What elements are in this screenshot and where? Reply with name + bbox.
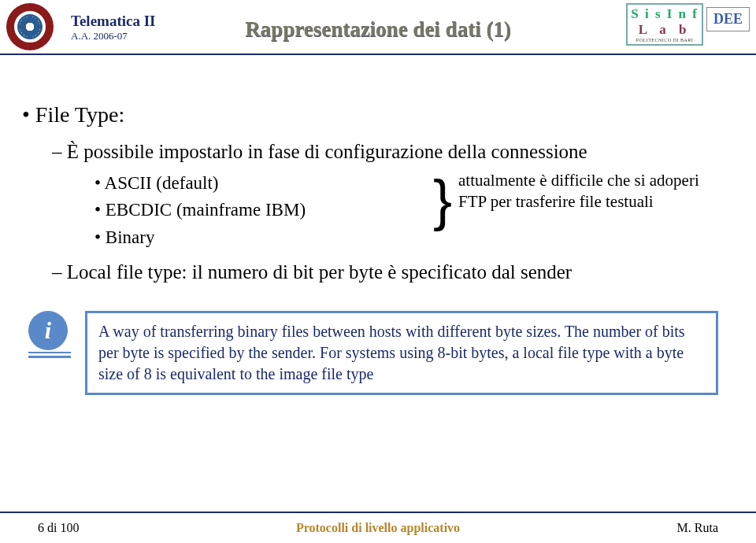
lab-logo-top: S i s I n f [631, 6, 699, 22]
course-name: Telematica II [71, 13, 155, 30]
bullet-sub-1: È possibile impostarlo in fase di config… [71, 137, 718, 167]
annotation-line-2: FTP per trasferire file testuali [458, 191, 699, 212]
footer-title: Protocolli di livello applicativo [296, 521, 460, 535]
dee-badge: DEE [706, 7, 750, 31]
bullet-sub-2: Local file type: il numero di bit per by… [71, 257, 718, 287]
bullet-main: File Type: [38, 102, 718, 127]
info-box: A way of transferring binary files betwe… [85, 311, 718, 395]
lab-logo-bottom: L a b [631, 22, 699, 38]
brace-icon: } [433, 172, 457, 227]
dee-text: DEE [713, 11, 743, 27]
institution-seal-icon [6, 3, 54, 50]
slide-title: Rappresentazione dei dati (1) [245, 17, 511, 42]
lab-logo: S i s I n f L a b POLITECNICO DI BARI [626, 3, 703, 46]
lab-logo-sub: POLITECNICO DI BARI [631, 38, 699, 42]
info-text: A way of transferring binary files betwe… [98, 321, 705, 385]
footer-divider [0, 512, 756, 513]
academic-year: A.A. 2006-07 [71, 30, 155, 42]
bullet-item-binary: Binary [110, 224, 718, 252]
page-counter: 6 di 100 [38, 521, 79, 535]
header-divider [0, 54, 756, 55]
author: M. Ruta [677, 521, 718, 535]
info-icon: i [28, 311, 71, 358]
annotation-line-1: attualmente è difficile che si adoperi [458, 170, 699, 191]
